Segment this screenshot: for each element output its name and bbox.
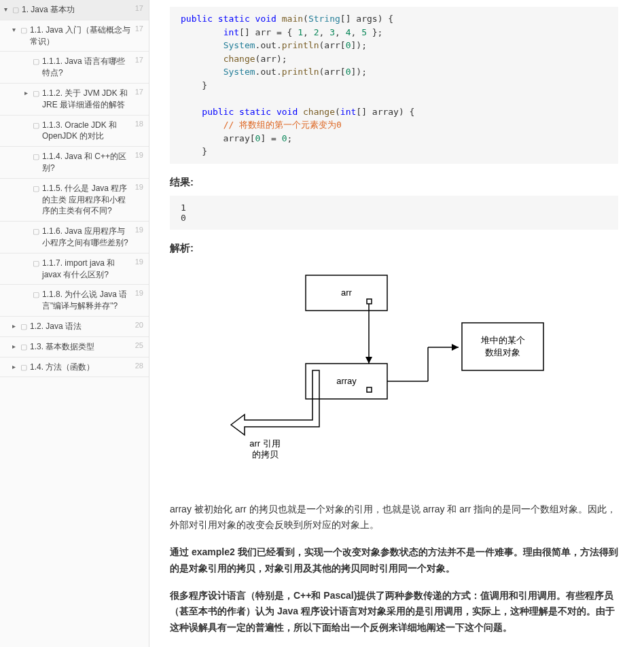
paragraph-2: 通过 example2 我们已经看到，实现一个改变对象参数状态的方法并不是一件难… (170, 544, 618, 577)
nav-item-3[interactable]: ▸▢1.1.2. 关于 JVM JDK 和 JRE 最详细通俗的解答17 (0, 84, 149, 116)
nav-item-9[interactable]: ▢1.1.8. 为什么说 Java 语言"编译与解释并存"?19 (0, 285, 149, 317)
nav-item-12[interactable]: ▸▢1.4. 方法（函数）28 (0, 357, 149, 378)
svg-text:arr: arr (341, 287, 353, 298)
nav-label: 1.3. 基本数据类型 (30, 341, 132, 353)
svg-marker-8 (365, 357, 372, 364)
expand-arrow-icon: ▾ (12, 26, 19, 33)
nav-label: 1.2. Java 语法 (30, 321, 132, 332)
book-icon: ▢ (33, 184, 39, 193)
nav-label: 1.1.6. Java 应用程序与小程序之间有哪些差别? (42, 226, 132, 249)
svg-marker-12 (452, 344, 459, 351)
nav-label: 1.1.1. Java 语言有哪些特点? (42, 56, 132, 79)
expand-arrow-icon: ▸ (12, 343, 19, 350)
code-block: public static void main(String[] args) {… (170, 7, 618, 164)
nav-label: 1.1. Java 入门（基础概念与常识） (30, 24, 132, 48)
nav-item-1[interactable]: ▾▢1.1. Java 入门（基础概念与常识）17 (0, 20, 149, 52)
book-icon: ▢ (33, 152, 39, 161)
nav-label: 1.1.4. Java 和 C++的区别? (42, 151, 132, 174)
expand-arrow-icon: ▾ (4, 5, 11, 13)
svg-rect-6 (462, 323, 543, 370)
nav-count: 18 (135, 120, 143, 128)
book-icon: ▢ (33, 121, 39, 130)
nav-item-5[interactable]: ▢1.1.4. Java 和 C++的区别?19 (0, 147, 149, 179)
nav-count: 19 (135, 183, 143, 191)
nav-item-0[interactable]: ▾▢1. Java 基本功17 (0, 0, 149, 20)
nav-count: 25 (135, 341, 143, 349)
nav-label: 1.4. 方法（函数） (30, 362, 132, 373)
book-icon: ▢ (33, 57, 39, 66)
nav-count: 19 (135, 258, 143, 266)
result-title: 结果: (170, 176, 618, 189)
book-icon: ▢ (20, 322, 27, 331)
analysis-title: 解析: (170, 242, 618, 255)
nav-label: 1. Java 基本功 (22, 4, 132, 16)
nav-label: 1.1.2. 关于 JVM JDK 和 JRE 最详细通俗的解答 (42, 88, 132, 111)
nav-item-8[interactable]: ▢1.1.7. import java 和 javax 有什么区别?19 (0, 253, 149, 285)
nav-item-7[interactable]: ▢1.1.6. Java 应用程序与小程序之间有哪些差别?19 (0, 222, 149, 253)
copy-line1: arr 引用 (249, 438, 281, 449)
nav-item-10[interactable]: ▸▢1.2. Java 语法20 (0, 317, 149, 337)
heap-line2: 数组对象 (485, 347, 520, 357)
nav-label: 1.1.3. Oracle JDK 和 OpenJDK 的对比 (42, 120, 132, 143)
book-icon: ▢ (33, 290, 39, 299)
sidebar: ▾▢1. Java 基本功17▾▢1.1. Java 入门（基础概念与常识）17… (0, 0, 149, 647)
nav-count: 28 (135, 362, 143, 370)
expand-arrow-icon: ▸ (12, 322, 19, 330)
nav-count: 19 (135, 151, 143, 159)
book-icon: ▢ (20, 343, 27, 351)
nav-item-2[interactable]: ▢1.1.1. Java 语言有哪些特点?17 (0, 52, 149, 84)
output-block: 1 0 (170, 196, 618, 230)
svg-rect-2 (367, 299, 372, 304)
svg-rect-5 (367, 387, 372, 392)
paragraph-3: 很多程序设计语言（特别是，C++和 Pascal)提供了两种参数传递的方式：值调… (170, 588, 618, 636)
expand-arrow-icon: ▸ (12, 363, 19, 370)
nav-label: 1.1.5. 什么是 Java 程序的主类 应用程序和小程序的主类有何不同? (42, 183, 132, 217)
book-icon: ▢ (33, 227, 39, 236)
nav-count: 19 (135, 289, 143, 297)
reference-diagram-svg: arr array 堆中的某个 数组对象 arr 引用 的拷贝 (224, 268, 564, 472)
nav-count: 17 (135, 24, 143, 33)
nav-count: 17 (135, 88, 143, 96)
copy-line2: 的拷贝 (252, 449, 279, 459)
nav-count: 20 (135, 321, 143, 329)
nav-count: 17 (135, 4, 143, 12)
book-icon: ▢ (12, 5, 19, 14)
nav-count: 19 (135, 226, 143, 234)
book-icon: ▢ (20, 26, 27, 35)
nav-item-6[interactable]: ▢1.1.5. 什么是 Java 程序的主类 应用程序和小程序的主类有何不同?1… (0, 179, 149, 222)
nav-item-4[interactable]: ▢1.1.3. Oracle JDK 和 OpenJDK 的对比18 (0, 116, 149, 147)
book-icon: ▢ (20, 363, 27, 372)
heap-line1: 堆中的某个 (480, 335, 525, 345)
nav-label: 1.1.7. import java 和 javax 有什么区别? (42, 258, 132, 281)
expand-arrow-icon: ▸ (24, 89, 31, 97)
book-icon: ▢ (33, 259, 39, 268)
book-icon: ▢ (33, 89, 39, 98)
nav-count: 17 (135, 56, 143, 64)
paragraph-1: array 被初始化 arr 的拷贝也就是一个对象的引用，也就是说 array … (170, 502, 618, 534)
diagram: arr array 堆中的某个 数组对象 arr 引用 的拷贝 (224, 268, 618, 474)
main-content: public static void main(String[] args) {… (149, 0, 639, 647)
svg-text:array: array (336, 376, 357, 386)
nav-label: 1.1.8. 为什么说 Java 语言"编译与解释并存"? (42, 289, 132, 312)
nav-item-11[interactable]: ▸▢1.3. 基本数据类型25 (0, 337, 149, 357)
